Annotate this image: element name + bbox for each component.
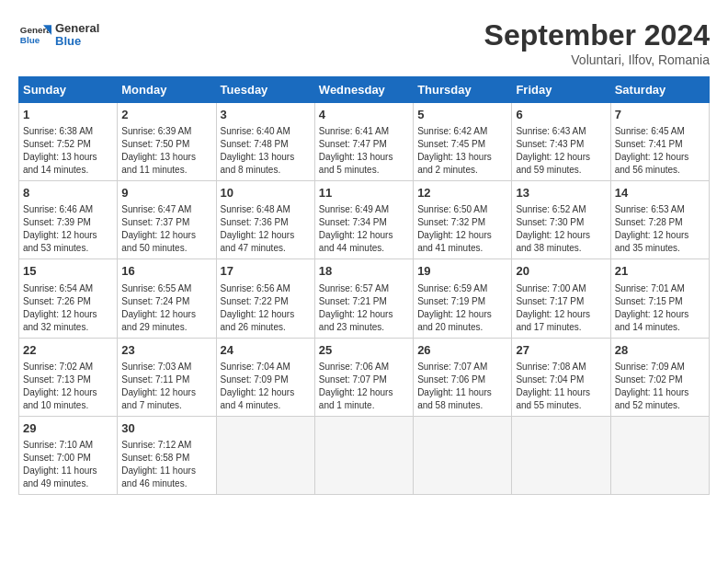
calendar-cell: 16Sunrise: 6:55 AMSunset: 7:24 PMDayligh…	[118, 259, 216, 338]
calendar-cell: 21Sunrise: 7:01 AMSunset: 7:15 PMDayligh…	[610, 259, 709, 338]
calendar-cell	[314, 416, 413, 494]
day-info: Sunrise: 6:40 AMSunset: 7:48 PMDaylight:…	[221, 125, 311, 177]
svg-text:Blue: Blue	[20, 35, 40, 45]
day-number: 2	[121, 107, 211, 123]
day-info: Sunrise: 6:48 AMSunset: 7:36 PMDaylight:…	[221, 203, 311, 255]
day-info: Sunrise: 6:38 AMSunset: 7:52 PMDaylight:…	[23, 125, 113, 177]
day-number: 25	[319, 342, 409, 359]
day-number: 1	[23, 107, 113, 123]
day-number: 18	[319, 263, 409, 280]
day-number: 15	[23, 263, 113, 280]
day-number: 3	[221, 107, 311, 123]
day-number: 28	[615, 342, 705, 359]
calendar-cell: 26Sunrise: 7:07 AMSunset: 7:06 PMDayligh…	[414, 338, 512, 416]
day-number: 19	[417, 263, 507, 280]
day-info: Sunrise: 7:10 AMSunset: 7:00 PMDaylight:…	[23, 439, 113, 490]
title-block: September 2024 Voluntari, Ilfov, Romania	[484, 18, 710, 67]
day-info: Sunrise: 6:41 AMSunset: 7:47 PMDaylight:…	[319, 125, 409, 177]
week-row-4: 22Sunrise: 7:02 AMSunset: 7:13 PMDayligh…	[19, 338, 710, 416]
logo-blue: Blue	[55, 34, 81, 48]
day-number: 11	[319, 185, 409, 201]
day-number: 20	[516, 263, 606, 280]
day-number: 14	[615, 185, 705, 201]
day-info: Sunrise: 6:46 AMSunset: 7:39 PMDaylight:…	[23, 203, 113, 255]
day-number: 9	[121, 185, 211, 201]
calendar-table: SundayMondayTuesdayWednesdayThursdayFrid…	[18, 76, 710, 495]
logo-general: General	[55, 21, 99, 35]
day-number: 27	[516, 342, 606, 359]
weekday-header-tuesday: Tuesday	[216, 77, 314, 103]
calendar-cell: 6Sunrise: 6:43 AMSunset: 7:43 PMDaylight…	[512, 103, 610, 181]
calendar-cell	[512, 416, 610, 494]
week-row-1: 1Sunrise: 6:38 AMSunset: 7:52 PMDaylight…	[19, 103, 710, 181]
calendar-cell: 20Sunrise: 7:00 AMSunset: 7:17 PMDayligh…	[512, 259, 610, 338]
calendar-cell: 4Sunrise: 6:41 AMSunset: 7:47 PMDaylight…	[314, 103, 413, 181]
day-info: Sunrise: 7:04 AMSunset: 7:09 PMDaylight:…	[221, 361, 311, 412]
day-number: 4	[319, 107, 409, 123]
day-number: 13	[516, 185, 606, 201]
day-info: Sunrise: 7:00 AMSunset: 7:17 PMDaylight:…	[516, 282, 606, 334]
calendar-cell: 28Sunrise: 7:09 AMSunset: 7:02 PMDayligh…	[610, 338, 709, 416]
calendar-cell: 13Sunrise: 6:52 AMSunset: 7:30 PMDayligh…	[512, 181, 610, 259]
day-info: Sunrise: 7:12 AMSunset: 6:58 PMDaylight:…	[121, 439, 211, 490]
calendar-cell: 11Sunrise: 6:49 AMSunset: 7:34 PMDayligh…	[314, 181, 413, 259]
day-info: Sunrise: 6:42 AMSunset: 7:45 PMDaylight:…	[417, 125, 507, 177]
day-info: Sunrise: 6:57 AMSunset: 7:21 PMDaylight:…	[319, 282, 409, 334]
calendar-cell: 25Sunrise: 7:06 AMSunset: 7:07 PMDayligh…	[314, 338, 413, 416]
calendar-cell	[414, 416, 512, 494]
day-info: Sunrise: 6:54 AMSunset: 7:26 PMDaylight:…	[23, 282, 113, 334]
day-info: Sunrise: 7:09 AMSunset: 7:02 PMDaylight:…	[615, 361, 705, 412]
weekday-header-monday: Monday	[118, 77, 216, 103]
day-info: Sunrise: 6:56 AMSunset: 7:22 PMDaylight:…	[221, 282, 311, 334]
day-number: 26	[417, 342, 507, 359]
day-info: Sunrise: 6:39 AMSunset: 7:50 PMDaylight:…	[121, 125, 211, 177]
day-info: Sunrise: 6:47 AMSunset: 7:37 PMDaylight:…	[121, 203, 211, 255]
day-number: 22	[23, 342, 113, 359]
day-info: Sunrise: 7:07 AMSunset: 7:06 PMDaylight:…	[417, 361, 507, 412]
calendar-cell: 2Sunrise: 6:39 AMSunset: 7:50 PMDaylight…	[118, 103, 216, 181]
logo: General Blue General Blue	[18, 18, 99, 52]
day-number: 23	[121, 342, 211, 359]
calendar-cell: 29Sunrise: 7:10 AMSunset: 7:00 PMDayligh…	[19, 416, 118, 494]
weekday-header-sunday: Sunday	[19, 77, 118, 103]
week-row-2: 8Sunrise: 6:46 AMSunset: 7:39 PMDaylight…	[19, 181, 710, 259]
weekday-header-friday: Friday	[512, 77, 610, 103]
calendar-cell: 10Sunrise: 6:48 AMSunset: 7:36 PMDayligh…	[216, 181, 314, 259]
calendar-cell: 5Sunrise: 6:42 AMSunset: 7:45 PMDaylight…	[414, 103, 512, 181]
day-info: Sunrise: 6:53 AMSunset: 7:28 PMDaylight:…	[615, 203, 705, 255]
day-number: 24	[221, 342, 311, 359]
day-info: Sunrise: 6:50 AMSunset: 7:32 PMDaylight:…	[417, 203, 507, 255]
calendar-cell: 12Sunrise: 6:50 AMSunset: 7:32 PMDayligh…	[414, 181, 512, 259]
day-number: 17	[221, 263, 311, 280]
calendar-cell: 15Sunrise: 6:54 AMSunset: 7:26 PMDayligh…	[19, 259, 118, 338]
weekday-header-saturday: Saturday	[610, 77, 709, 103]
day-number: 8	[23, 185, 113, 201]
calendar-cell: 30Sunrise: 7:12 AMSunset: 6:58 PMDayligh…	[118, 416, 216, 494]
calendar-cell: 7Sunrise: 6:45 AMSunset: 7:41 PMDaylight…	[610, 103, 709, 181]
calendar-cell: 14Sunrise: 6:53 AMSunset: 7:28 PMDayligh…	[610, 181, 709, 259]
day-info: Sunrise: 7:06 AMSunset: 7:07 PMDaylight:…	[319, 361, 409, 412]
day-number: 29	[23, 420, 113, 437]
calendar-cell: 17Sunrise: 6:56 AMSunset: 7:22 PMDayligh…	[216, 259, 314, 338]
day-info: Sunrise: 6:49 AMSunset: 7:34 PMDaylight:…	[319, 203, 409, 255]
week-row-3: 15Sunrise: 6:54 AMSunset: 7:26 PMDayligh…	[19, 259, 710, 338]
day-info: Sunrise: 7:08 AMSunset: 7:04 PMDaylight:…	[516, 361, 606, 412]
day-number: 6	[516, 107, 606, 123]
calendar-cell: 9Sunrise: 6:47 AMSunset: 7:37 PMDaylight…	[118, 181, 216, 259]
day-number: 30	[121, 420, 211, 437]
day-info: Sunrise: 6:43 AMSunset: 7:43 PMDaylight:…	[516, 125, 606, 177]
day-info: Sunrise: 7:02 AMSunset: 7:13 PMDaylight:…	[23, 361, 113, 412]
calendar-cell: 8Sunrise: 6:46 AMSunset: 7:39 PMDaylight…	[19, 181, 118, 259]
calendar-cell: 27Sunrise: 7:08 AMSunset: 7:04 PMDayligh…	[512, 338, 610, 416]
calendar-cell	[216, 416, 314, 494]
logo-icon: General Blue	[18, 18, 51, 52]
day-number: 7	[615, 107, 705, 123]
weekday-header-thursday: Thursday	[414, 77, 512, 103]
day-number: 10	[221, 185, 311, 201]
calendar-cell: 18Sunrise: 6:57 AMSunset: 7:21 PMDayligh…	[314, 259, 413, 338]
weekday-header-wednesday: Wednesday	[314, 77, 413, 103]
day-info: Sunrise: 6:55 AMSunset: 7:24 PMDaylight:…	[121, 282, 211, 334]
day-info: Sunrise: 6:59 AMSunset: 7:19 PMDaylight:…	[417, 282, 507, 334]
page-header: General Blue General Blue September 2024…	[18, 18, 710, 67]
weekday-header-row: SundayMondayTuesdayWednesdayThursdayFrid…	[19, 77, 710, 103]
